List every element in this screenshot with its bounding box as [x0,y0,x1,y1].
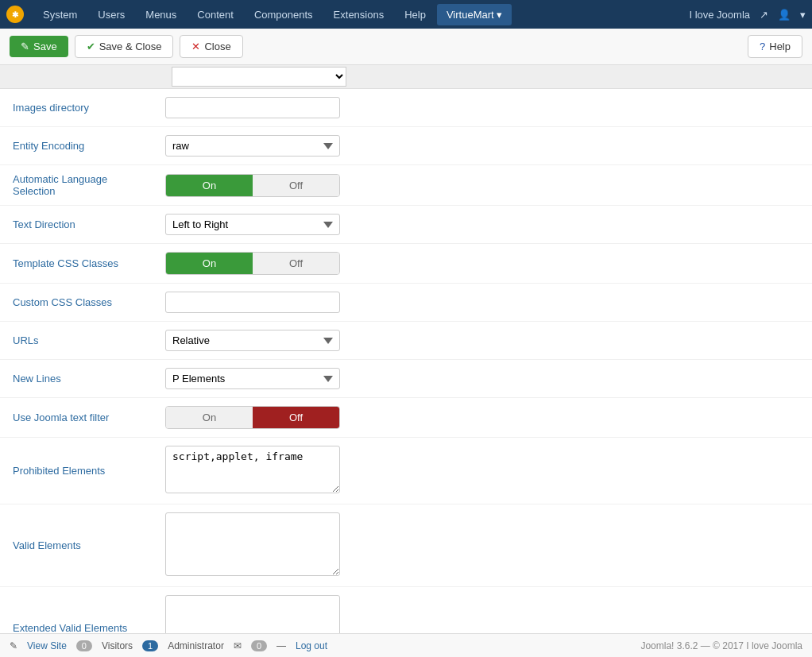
text-direction-label: Text Direction [0,206,159,244]
joomla-text-filter-toggle: On Off [165,406,340,429]
template-css-label: Template CSS Classes [0,244,159,284]
urls-select[interactable]: Relative Absolute [165,330,340,351]
template-css-row: Template CSS Classes On Off [0,244,812,284]
custom-css-input[interactable] [165,292,340,313]
valid-elements-textarea[interactable] [165,512,340,576]
entity-encoding-select[interactable]: raw named numeric none [165,135,340,157]
urls-label: URLs [0,322,159,360]
nav-right: I love Joomla ↗ 👤 ▾ [689,9,806,21]
template-css-toggle: On Off [165,252,340,275]
joomla-text-filter-row: Use Joomla text filter On Off [0,398,812,438]
user-label[interactable]: I love Joomla [689,9,750,21]
custom-css-row: Custom CSS Classes [0,284,812,322]
visitors-badge: 0 [76,640,92,643]
close-icon: ✕ [191,41,200,52]
help-icon: ? [760,41,765,52]
statusbar: ✎ View Site 0 Visitors 1 Administrator ✉… [0,633,812,643]
brand: ✱ [6,6,24,23]
top-navbar: ✱ System Users Menus Content Components … [0,0,812,29]
close-button[interactable]: ✕ Close [180,35,242,58]
external-icon: ↗ [760,9,768,21]
save-close-button[interactable]: ✔ Save & Close [75,35,174,58]
save-button[interactable]: ✎ Save [10,36,68,57]
top-strip [0,65,812,89]
version-text: Joomla! 3.6.2 — © 2017 I love Joomla [640,640,802,643]
toolbar: ✎ Save ✔ Save & Close ✕ Close ? Help [0,29,812,65]
administrator-label: Administrator [168,640,224,643]
new-lines-select[interactable]: P Elements BR Elements [165,368,340,389]
nav-menu: System Users Menus Content Components Ex… [33,4,689,25]
user-menu-arrow: ▾ [800,9,806,21]
nav-users[interactable]: Users [88,4,134,25]
settings-form: Images directory Entity Encoding raw nam… [0,89,812,643]
custom-css-label: Custom CSS Classes [0,284,159,322]
joomla-text-filter-label: Use Joomla text filter [0,398,159,438]
top-strip-select[interactable] [172,67,346,87]
text-direction-select[interactable]: Left to Right Right to Left [165,214,340,235]
logout-link[interactable]: Log out [296,640,327,643]
mail-badge: 0 [251,640,267,643]
urls-row: URLs Relative Absolute [0,322,812,360]
text-direction-row: Text Direction Left to Right Right to Le… [0,206,812,244]
images-directory-input[interactable] [165,97,340,118]
entity-encoding-label: Entity Encoding [0,127,159,165]
save-icon: ✎ [21,41,29,52]
entity-encoding-row: Entity Encoding raw named numeric none [0,127,812,165]
user-icon[interactable]: 👤 [778,9,791,21]
nav-virtuemart[interactable]: VirtueMart ▾ [437,4,512,25]
view-site-link[interactable]: View Site [27,640,67,643]
admin-badge: 1 [142,640,158,643]
joomla-filter-on-button[interactable]: On [166,407,253,428]
nav-extensions[interactable]: Extensions [324,4,394,25]
dash-separator: — [276,640,286,643]
new-lines-label: New Lines [0,360,159,398]
edit-icon: ✎ [10,640,17,643]
help-button[interactable]: ? Help [748,35,802,58]
check-icon: ✔ [87,41,95,52]
images-directory-row: Images directory [0,89,812,127]
nav-system[interactable]: System [33,4,87,25]
mail-icon: ✉ [234,640,242,643]
joomla-logo-icon: ✱ [6,6,24,23]
auto-lang-row: Automatic Language Selection On Off [0,165,812,206]
visitors-label: Visitors [102,640,133,643]
joomla-filter-off-button[interactable]: Off [253,407,339,428]
images-directory-label: Images directory [0,89,159,127]
auto-lang-off-button[interactable]: Off [253,175,339,196]
nav-menus[interactable]: Menus [136,4,186,25]
nav-components[interactable]: Components [245,4,323,25]
valid-elements-label: Valid Elements [0,504,159,587]
auto-lang-toggle: On Off [165,174,340,197]
template-css-on-button[interactable]: On [166,253,253,274]
template-css-off-button[interactable]: Off [253,253,339,274]
nav-help[interactable]: Help [395,4,435,25]
auto-lang-label: Automatic Language Selection [0,165,159,206]
prohibited-elements-label: Prohibited Elements [0,438,159,504]
content-area: Images directory Entity Encoding raw nam… [0,65,812,643]
prohibited-elements-textarea[interactable]: script,applet, <span class="highlighted"… [165,446,340,493]
valid-elements-row: Valid Elements [0,504,812,587]
new-lines-row: New Lines P Elements BR Elements [0,360,812,398]
prohibited-elements-row: Prohibited Elements script,applet, <span… [0,438,812,504]
auto-lang-on-button[interactable]: On [166,175,253,196]
nav-content[interactable]: Content [188,4,243,25]
